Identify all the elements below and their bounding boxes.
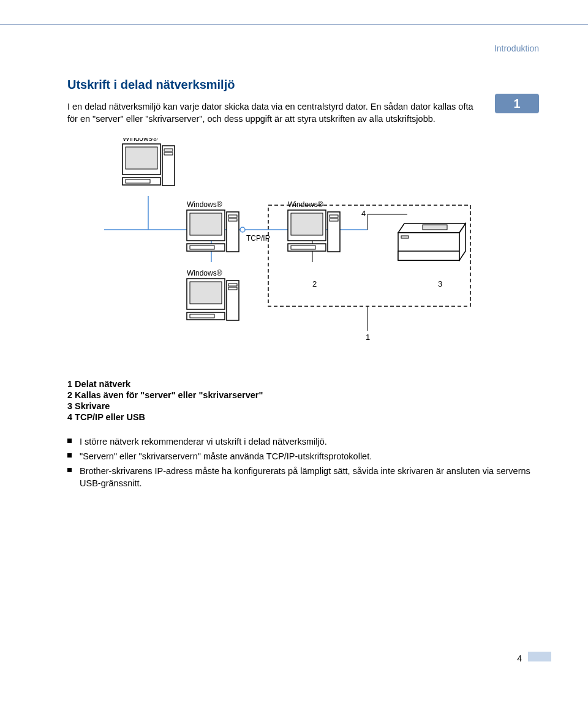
- protocol-label: TCP/IP: [246, 234, 270, 243]
- svg-rect-12: [162, 146, 175, 186]
- svg-rect-11: [126, 147, 157, 169]
- bullet-item: "Servern" eller "skrivarservern" måste a…: [67, 450, 539, 462]
- network-diagram: Windows® Windows® Windows® Windows® TCP/…: [104, 138, 539, 367]
- svg-rect-40: [423, 225, 447, 230]
- svg-rect-23: [190, 246, 214, 249]
- title-row: Utskrift i delad nätverksmiljö 1 I en de…: [67, 78, 539, 126]
- bullet-list: I större nätverk rekommenderar vi utskri…: [67, 435, 539, 490]
- section-name: Introduktion: [494, 43, 539, 53]
- svg-rect-13: [164, 149, 173, 151]
- chapter-tab: 1: [495, 94, 539, 113]
- page-tab: [528, 652, 551, 661]
- legend-item: 1 Delat nätverk: [67, 379, 539, 389]
- os-label-2: Windows®: [187, 200, 222, 209]
- computer-icon: [123, 144, 340, 320]
- header: Introduktion: [67, 43, 539, 53]
- intro-paragraph: I en delad nätverksmiljö kan varje dator…: [67, 100, 484, 126]
- svg-rect-19: [227, 212, 239, 252]
- svg-rect-25: [291, 213, 323, 235]
- callout-3: 3: [438, 279, 442, 288]
- svg-point-3: [240, 227, 245, 232]
- os-label-4: Windows®: [187, 269, 222, 277]
- callout-1: 1: [366, 333, 370, 342]
- svg-rect-41: [401, 236, 409, 238]
- svg-rect-35: [228, 287, 237, 290]
- page-body: Introduktion Utskrift i delad nätverksmi…: [0, 25, 588, 490]
- legend-item: 4 TCP/IP eller USB: [67, 412, 539, 422]
- svg-rect-26: [328, 212, 340, 252]
- legend-item: 2 Kallas även för "server" eller "skriva…: [67, 390, 539, 400]
- legend-item: 3 Skrivare: [67, 401, 539, 411]
- svg-rect-14: [164, 153, 173, 155]
- svg-rect-39: [398, 251, 459, 260]
- svg-rect-37: [190, 314, 214, 318]
- legend-list: 1 Delat nätverk 2 Kallas även för "serve…: [67, 379, 539, 422]
- svg-rect-34: [228, 284, 237, 286]
- bullet-item: Brother-skrivarens IP-adress måste ha ko…: [67, 465, 539, 490]
- svg-rect-16: [126, 179, 150, 183]
- svg-rect-21: [228, 219, 237, 221]
- svg-rect-33: [227, 281, 239, 320]
- svg-rect-20: [228, 215, 237, 217]
- svg-rect-32: [190, 282, 222, 304]
- bullet-item: I större nätverk rekommenderar vi utskri…: [67, 435, 539, 448]
- printer-icon: [398, 224, 466, 260]
- os-label-3: Windows®: [288, 200, 323, 209]
- page-number: 4: [517, 654, 522, 663]
- os-label-1: Windows®: [123, 138, 158, 143]
- callout-2: 2: [312, 279, 317, 288]
- diagram-svg: Windows® Windows® Windows® Windows® TCP/…: [104, 138, 484, 364]
- section-title: Utskrift i delad nätverksmiljö: [67, 78, 539, 92]
- svg-rect-30: [291, 246, 315, 249]
- svg-rect-27: [330, 215, 338, 217]
- svg-rect-18: [190, 213, 222, 235]
- svg-rect-28: [330, 219, 338, 221]
- callout-4: 4: [361, 209, 366, 218]
- page-footer: 4: [0, 492, 588, 682]
